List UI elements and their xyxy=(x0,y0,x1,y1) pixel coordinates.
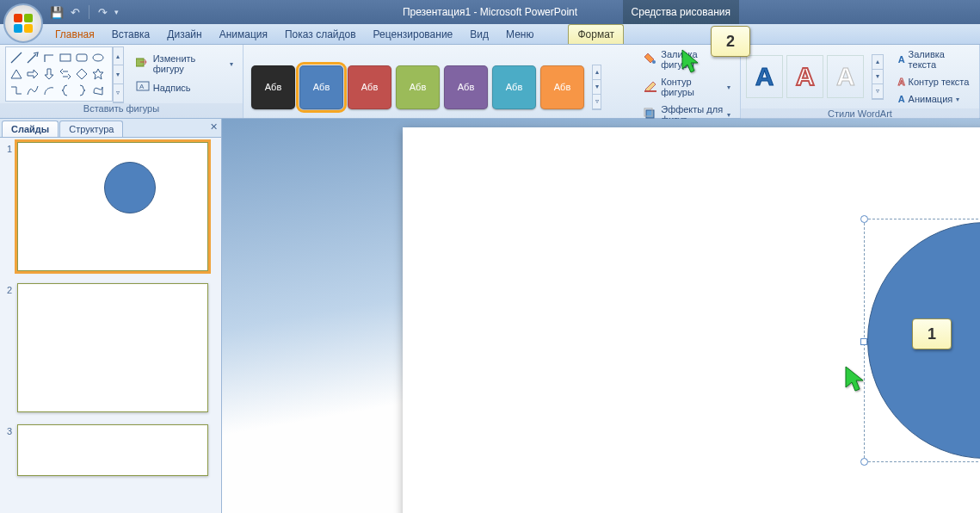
shape-style-swatch-6[interactable]: Абв xyxy=(492,65,536,109)
shape-brace-icon[interactable] xyxy=(58,83,72,97)
callout-1: 1 xyxy=(912,318,952,349)
svg-line-1 xyxy=(28,54,36,63)
qat-dropdown-icon[interactable]: ▾ xyxy=(114,8,119,16)
group-wordart-label: Стили WordArt xyxy=(741,108,979,119)
tab-slideshow[interactable]: Показ слайдов xyxy=(276,25,365,44)
shape-line-icon[interactable] xyxy=(9,50,23,65)
shape-style-swatch-4[interactable]: Абв xyxy=(396,65,440,109)
text-anim-button[interactable]: A Анимация ▾ xyxy=(894,91,974,107)
slide-number: 3 xyxy=(7,426,12,476)
panel-close-icon[interactable]: ✕ xyxy=(210,121,218,133)
wordart-style-3[interactable]: A xyxy=(827,55,864,98)
context-tab-label: Средства рисования xyxy=(623,0,739,24)
group-insert-shapes: ▴ ▾ ▿ Изменить фигуру ▾ A Надпи xyxy=(0,45,243,118)
shape-diamond-icon[interactable] xyxy=(74,66,89,81)
svg-rect-10 xyxy=(646,110,654,118)
shape-2arrow-icon[interactable] xyxy=(58,66,72,81)
shapes-more-icon[interactable]: ▿ xyxy=(114,84,123,102)
tab-menu[interactable]: Меню xyxy=(497,25,542,44)
edit-shape-label: Изменить фигуру xyxy=(153,53,226,74)
wa-more-icon[interactable]: ▿ xyxy=(872,84,882,99)
resize-handle-w[interactable] xyxy=(860,338,867,345)
slide-number: 2 xyxy=(7,285,12,412)
quick-access-toolbar: 💾 ↶ ↷ ▾ xyxy=(50,3,119,22)
shape-down-arrow-icon[interactable] xyxy=(41,66,56,81)
outline-tab[interactable]: Структура xyxy=(59,121,123,137)
wordart-style-2[interactable]: A xyxy=(786,55,823,98)
undo-icon[interactable]: ↶ xyxy=(71,6,80,19)
content-area: Слайды Структура ✕ 1 2 3 xyxy=(0,119,980,513)
text-outline-icon: A xyxy=(898,77,905,87)
tab-animation[interactable]: Анимация xyxy=(211,25,276,44)
shape-style-swatch-2[interactable]: Абв xyxy=(299,65,343,109)
ribbon-tabs: Главная Вставка Дизайн Анимация Показ сл… xyxy=(0,24,980,45)
shapes-gallery[interactable]: ▴ ▾ ▿ xyxy=(5,46,113,102)
slide-thumb-2[interactable] xyxy=(17,283,208,412)
shapes-gallery-scroll: ▴ ▾ ▿ xyxy=(113,46,124,103)
window-title: Презентация1 - Microsoft PowerPoint xyxy=(0,6,980,18)
title-bar: 💾 ↶ ↷ ▾ Презентация1 - Microsoft PowerPo… xyxy=(0,0,980,24)
style-scroll-up-icon[interactable]: ▴ xyxy=(593,65,601,80)
redo-icon[interactable]: ↷ xyxy=(98,6,108,19)
tab-format[interactable]: Формат xyxy=(568,24,624,44)
text-fill-button[interactable]: A Заливка текста xyxy=(894,46,974,72)
shape-freeform-icon[interactable] xyxy=(90,83,105,97)
wa-scroll-down-icon[interactable]: ▾ xyxy=(872,70,882,84)
tab-insert[interactable]: Вставка xyxy=(103,25,159,44)
shape-triangle-icon[interactable] xyxy=(9,66,23,81)
shape-l-connector-icon[interactable] xyxy=(41,50,56,65)
svg-line-0 xyxy=(11,53,22,63)
shapes-scroll-down-icon[interactable]: ▾ xyxy=(114,65,123,83)
resize-handle-nw[interactable] xyxy=(860,215,868,223)
slide-editor[interactable] xyxy=(222,119,980,513)
shape-style-swatch-7[interactable]: Абв xyxy=(540,65,584,109)
shape-star-icon[interactable] xyxy=(90,66,105,81)
shape-arrow-icon[interactable] xyxy=(25,50,40,65)
style-scroll-down-icon[interactable]: ▾ xyxy=(593,80,601,95)
save-icon[interactable]: 💾 xyxy=(50,6,64,19)
wa-scroll-up-icon[interactable]: ▴ xyxy=(872,55,882,70)
shape-brace2-icon[interactable] xyxy=(74,83,89,97)
text-fill-label: Заливка текста xyxy=(909,49,970,70)
shape-style-scroll: ▴ ▾ ▿ xyxy=(592,65,601,110)
dropdown-icon: ▾ xyxy=(727,83,730,91)
edit-shape-button[interactable]: Изменить фигуру ▾ xyxy=(132,51,237,77)
svg-rect-9 xyxy=(644,90,656,92)
shape-style-swatch-3[interactable]: Абв xyxy=(348,65,391,109)
slide-thumb-3[interactable] xyxy=(17,424,208,476)
shapes-scroll-up-icon[interactable]: ▴ xyxy=(114,47,123,65)
shape-style-swatch-5[interactable]: Абв xyxy=(444,65,488,109)
svg-rect-3 xyxy=(77,54,87,61)
shape-style-swatch-1[interactable]: Абв xyxy=(251,65,295,109)
office-button[interactable] xyxy=(3,3,43,43)
shape-right-arrow-icon[interactable] xyxy=(25,66,40,81)
textbox-label: Надпись xyxy=(153,83,191,93)
ribbon: ▴ ▾ ▿ Изменить фигуру ▾ A Надпи xyxy=(0,45,980,119)
svg-text:A: A xyxy=(139,83,145,90)
text-outline-button[interactable]: A Контур текста xyxy=(894,74,974,90)
shape-curve-icon[interactable] xyxy=(25,83,40,97)
shape-ellipse-icon[interactable] xyxy=(90,50,105,65)
tab-view[interactable]: Вид xyxy=(461,25,497,44)
tab-design[interactable]: Дизайн xyxy=(158,25,210,44)
resize-handle-sw[interactable] xyxy=(860,458,868,466)
textbox-button[interactable]: A Надпись xyxy=(132,78,237,97)
slides-panel: Слайды Структура ✕ 1 2 3 xyxy=(0,119,222,513)
slide-canvas[interactable] xyxy=(403,127,980,513)
slide-thumb-1[interactable] xyxy=(17,142,208,271)
slides-tab[interactable]: Слайды xyxy=(2,121,59,137)
thumbnails-list[interactable]: 1 2 3 xyxy=(0,138,221,492)
shape-z-connector-icon[interactable] xyxy=(9,83,23,97)
group-shape-styles: АбвАбвАбвАбвАбвАбвАбв ▴ ▾ ▿ Заливка фигу… xyxy=(243,45,741,118)
shape-rect-icon[interactable] xyxy=(58,50,72,65)
panel-tabs: Слайды Структура ✕ xyxy=(0,119,221,138)
text-outline-label: Контур текста xyxy=(909,77,970,87)
svg-rect-2 xyxy=(60,54,71,61)
shape-arc-icon[interactable] xyxy=(41,83,56,97)
style-more-icon[interactable]: ▿ xyxy=(593,95,601,109)
tab-home[interactable]: Главная xyxy=(46,25,103,44)
shape-roundrect-icon[interactable] xyxy=(74,50,89,65)
svg-point-4 xyxy=(93,54,103,61)
tab-review[interactable]: Рецензирование xyxy=(365,25,462,44)
wordart-style-1[interactable]: A xyxy=(746,55,783,98)
